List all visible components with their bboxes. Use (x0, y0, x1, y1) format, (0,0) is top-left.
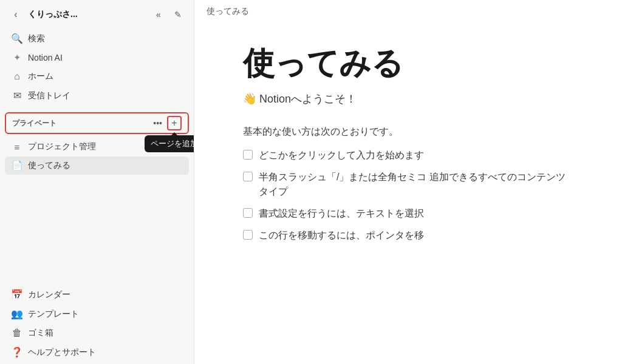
checklist-text-1: どこかをクリックして入力を始めます (259, 148, 573, 163)
edit-icon: ✎ (174, 10, 182, 19)
sidebar-item-help-label: ヘルプとサポート (28, 347, 96, 358)
sidebar-bottom: 📅 カレンダー 👥 テンプレート 🗑 ゴミ箱 ❓ ヘルプとサポート (0, 283, 194, 364)
page-item-project-label: プロジェクト管理 (28, 141, 96, 152)
checkbox-1[interactable] (243, 150, 253, 160)
back-button[interactable]: ‹ (7, 6, 24, 23)
chevron-left-icon: ‹ (14, 9, 17, 20)
sidebar: ‹ くりっぷさ... « ✎ 🔍 検索 ✦ Notion AI ⌂ ホーム ✉ … (0, 0, 194, 364)
main-content: 使ってみる 使ってみる 👋 Notionへようこそ！ 基本的な使い方は次のとおり… (194, 0, 622, 364)
trash-icon: 🗑 (11, 328, 23, 339)
page-subtitle: 👋 Notionへようこそ！ (243, 92, 573, 106)
main-body[interactable]: 使ってみる 👋 Notionへようこそ！ 基本的な使い方は次のとおりです。 どこ… (194, 21, 622, 364)
templates-icon: 👥 (11, 308, 23, 320)
page-title: 使ってみる (243, 46, 573, 82)
checklist-text-3: 書式設定を行うには、テキストを選択 (259, 206, 573, 221)
sidebar-item-notion-ai[interactable]: ✦ Notion AI (5, 49, 189, 67)
edit-button[interactable]: ✎ (169, 6, 186, 23)
search-icon: 🔍 (11, 33, 23, 44)
page-item-try[interactable]: 📄 使ってみる (5, 157, 189, 175)
sidebar-header: ‹ くりっぷさ... « ✎ (0, 0, 194, 27)
private-label: プライベート (12, 118, 151, 129)
checklist-text-4: この行を移動するには、ポインタを移 (259, 228, 573, 243)
double-chevron-icon: « (156, 10, 161, 19)
sidebar-item-home[interactable]: ⌂ ホーム (5, 67, 189, 86)
private-more-button[interactable]: ••• (151, 117, 165, 129)
sidebar-item-trash-label: ゴミ箱 (28, 328, 53, 339)
calendar-icon: 📅 (11, 289, 23, 300)
sidebar-item-trash[interactable]: 🗑 ゴミ箱 (5, 324, 189, 342)
sidebar-item-templates-label: テンプレート (28, 309, 79, 320)
private-header: プライベート ••• + ページを追加 (5, 112, 189, 134)
workspace-name: くりっぷさ... (28, 9, 146, 20)
page-description: 基本的な使い方は次のとおりです。 (243, 126, 573, 138)
add-page-tooltip: ページを追加 (145, 135, 194, 152)
inbox-icon: ✉ (11, 90, 23, 101)
sidebar-item-inbox[interactable]: ✉ 受信トレイ (5, 86, 189, 105)
sidebar-item-calendar-label: カレンダー (28, 289, 70, 300)
checklist-item-4: この行を移動するには、ポインタを移 (243, 228, 573, 243)
sidebar-item-home-label: ホーム (28, 71, 53, 82)
plus-icon: + (171, 118, 177, 129)
breadcrumb: 使ってみる (207, 6, 249, 17)
sidebar-item-help[interactable]: ❓ ヘルプとサポート (5, 343, 189, 362)
double-chevron-button[interactable]: « (150, 6, 167, 23)
project-icon: ≡ (11, 142, 23, 152)
document-icon: 📄 (11, 160, 23, 171)
private-actions: ••• + ページを追加 (151, 116, 182, 130)
sidebar-item-inbox-label: 受信トレイ (28, 90, 70, 101)
sidebar-nav: 🔍 検索 ✦ Notion AI ⌂ ホーム ✉ 受信トレイ (0, 27, 194, 107)
page-item-try-label: 使ってみる (28, 160, 70, 171)
checklist-item-2: 半角スラッシュ「/」または全角セミコ 追加できるすべてのコンテンツタイプ (243, 170, 573, 199)
home-icon: ⌂ (11, 71, 23, 82)
private-section: プライベート ••• + ページを追加 (0, 110, 194, 136)
sidebar-item-search-label: 検索 (28, 33, 45, 44)
checkbox-4[interactable] (243, 230, 253, 240)
private-add-button[interactable]: + ページを追加 (167, 116, 182, 130)
checklist-item-1: どこかをクリックして入力を始めます (243, 148, 573, 163)
header-icons: « ✎ (150, 6, 186, 23)
help-icon: ❓ (11, 346, 23, 358)
sidebar-item-search[interactable]: 🔍 検索 (5, 29, 189, 48)
sidebar-item-notion-ai-label: Notion AI (28, 53, 63, 62)
checklist-item-3: 書式設定を行うには、テキストを選択 (243, 206, 573, 221)
sidebar-item-templates[interactable]: 👥 テンプレート (5, 305, 189, 323)
checkbox-2[interactable] (243, 172, 253, 181)
sidebar-item-calendar[interactable]: 📅 カレンダー (5, 285, 189, 304)
checkbox-3[interactable] (243, 208, 253, 218)
ai-sparkle-icon: ✦ (11, 52, 23, 63)
main-header: 使ってみる (194, 0, 622, 21)
checklist-text-2: 半角スラッシュ「/」または全角セミコ 追加できるすべてのコンテンツタイプ (259, 170, 573, 199)
